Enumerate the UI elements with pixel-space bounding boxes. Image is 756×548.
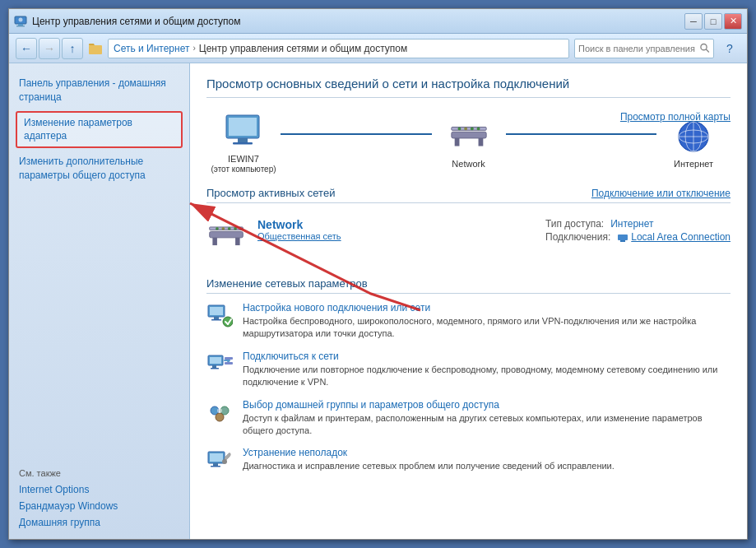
network-details: Тип доступа: Интернет Подключения: Local… [545, 218, 730, 243]
network-node-bench: Network [432, 116, 506, 169]
search-bar [574, 39, 714, 58]
window-title: Центр управления сетями и общим доступом [32, 16, 241, 27]
network-line-2 [506, 133, 657, 135]
sidebar: Панель управления - домашняя страница Из… [9, 63, 190, 539]
network-type[interactable]: Общественная сеть [257, 231, 534, 241]
svg-rect-46 [225, 362, 233, 365]
svg-point-50 [217, 408, 222, 413]
svg-rect-8 [229, 118, 257, 136]
change-desc-1: Подключение или повторное подключение к … [243, 364, 730, 389]
active-network: Network Общественная сеть Тип доступа: И… [206, 211, 730, 264]
sidebar-adapter[interactable]: Изменение параметров адаптера [16, 111, 183, 149]
network-map: IEWIN7(этот компьютер) [206, 111, 730, 174]
change-item-2: Выбор домашней группы и параметров общег… [206, 399, 730, 438]
change-title-0[interactable]: Настройка нового подключения или сети [243, 302, 730, 313]
svg-rect-45 [225, 357, 233, 360]
title-bar: Центр управления сетями и общим доступом… [9, 9, 747, 34]
svg-rect-36 [214, 317, 219, 319]
bench-label: Network [452, 159, 485, 169]
connections-row: Подключения: Local Area Connection [545, 231, 730, 243]
active-networks-header: Просмотр активных сетей Подключение или … [206, 187, 730, 203]
sidebar-internet-options-label: Internet Options [19, 484, 89, 495]
sidebar-homegroup[interactable]: Домашняя группа [9, 514, 189, 531]
sidebar-firewall[interactable]: Брандмауэр Windows [9, 498, 189, 514]
change-desc-0: Настройка беспроводного, широкополосного… [243, 315, 730, 341]
svg-point-28 [216, 227, 219, 230]
svg-rect-43 [212, 365, 216, 368]
active-network-icon [206, 218, 246, 258]
connections-label: Подключения: [545, 231, 610, 243]
network-info: Network Общественная сеть [257, 218, 534, 241]
change-icon-0 [206, 302, 233, 328]
sidebar-homegroup-label: Домашняя группа [19, 517, 100, 528]
breadcrumb-sep: › [192, 44, 195, 53]
connect-disconnect-link[interactable]: Подключение или отключение [591, 188, 730, 199]
svg-rect-26 [235, 238, 240, 245]
help-button[interactable]: ? [719, 38, 740, 59]
active-networks-title: Просмотр активных сетей [206, 187, 335, 199]
close-button[interactable]: ✕ [724, 13, 742, 30]
network-name[interactable]: Network [257, 218, 534, 231]
connections-value[interactable]: Local Area Connection [617, 231, 730, 243]
breadcrumb-current: Центр управления сетями и общим доступом [199, 43, 408, 54]
change-item-3: Устранение неполадок Диагностика и испра… [206, 447, 730, 473]
svg-rect-14 [451, 127, 485, 130]
minimize-button[interactable]: ─ [684, 13, 703, 30]
svg-rect-35 [210, 307, 223, 315]
computer-label: IEWIN7(этот компьютер) [211, 154, 276, 174]
up-button[interactable]: ↑ [62, 38, 83, 59]
bench-icon [448, 116, 489, 157]
sidebar-home-label: Панель управления - домашняя страница [19, 77, 166, 103]
maximize-button[interactable]: □ [704, 13, 722, 30]
svg-rect-12 [454, 138, 459, 146]
svg-point-5 [701, 44, 707, 50]
change-title-2[interactable]: Выбор домашней группы и параметров общег… [243, 399, 730, 411]
breadcrumb-bar: Сеть и Интернет › Центр управления сетям… [108, 39, 569, 58]
breadcrumb-network[interactable]: Сеть и Интернет [114, 43, 189, 54]
svg-rect-10 [233, 142, 253, 145]
svg-point-55 [222, 459, 227, 464]
svg-point-15 [457, 127, 461, 130]
sidebar-home[interactable]: Панель управления - домашняя страница [9, 72, 189, 109]
sidebar-share[interactable]: Изменить дополнительные параметры общего… [9, 150, 189, 188]
svg-rect-1 [18, 24, 23, 26]
svg-line-6 [706, 49, 709, 53]
sidebar-internet-options[interactable]: Internet Options [9, 481, 189, 498]
folder-icon [88, 41, 103, 56]
change-title-3[interactable]: Устранение неполадок [243, 447, 730, 458]
change-title-1[interactable]: Подключиться к сети [243, 351, 730, 362]
sidebar-share-label: Изменить дополнительные параметры общего… [19, 156, 146, 181]
computer-icon [223, 111, 264, 152]
svg-point-29 [221, 227, 225, 230]
access-type-row: Тип доступа: Интернет [545, 218, 730, 230]
search-input[interactable] [578, 44, 697, 53]
svg-rect-53 [213, 463, 218, 466]
connections-value-text: Local Area Connection [631, 231, 730, 243]
change-icon-1 [206, 351, 233, 377]
network-node-internet: Интернет [656, 116, 730, 169]
page-title: Просмотр основных сведений о сети и наст… [206, 77, 730, 98]
svg-point-3 [19, 17, 23, 21]
back-button[interactable]: ← [16, 38, 37, 59]
access-type-label: Тип доступа: [545, 218, 604, 230]
svg-rect-42 [210, 357, 221, 364]
change-icon-2 [206, 399, 233, 425]
svg-rect-13 [478, 138, 483, 146]
svg-rect-33 [620, 240, 625, 242]
window-icon [14, 15, 27, 28]
svg-point-49 [216, 413, 224, 421]
svg-point-17 [470, 127, 473, 130]
access-type-value: Интернет [610, 218, 653, 230]
change-text-2: Выбор домашней группы и параметров общег… [243, 399, 730, 438]
forward-button[interactable]: → [39, 38, 60, 59]
title-bar-left: Центр управления сетями и общим доступом [14, 15, 241, 28]
svg-rect-54 [211, 466, 220, 467]
change-desc-2: Доступ к файлам и принтерам, расположенн… [243, 412, 730, 438]
internet-icon [673, 116, 714, 157]
connection-icon [617, 231, 628, 243]
sidebar-adapter-label: Изменение параметров адаптера [24, 117, 132, 142]
network-line-1 [281, 133, 432, 135]
main-window: Центр управления сетями и общим доступом… [8, 8, 748, 540]
svg-point-31 [234, 227, 237, 230]
svg-point-16 [464, 127, 467, 130]
